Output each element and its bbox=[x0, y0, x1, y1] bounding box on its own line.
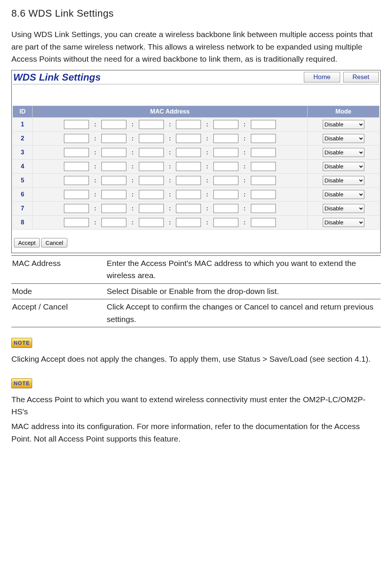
mac-segment-input[interactable] bbox=[176, 162, 201, 171]
mode-select[interactable]: DisableEnable bbox=[323, 218, 364, 227]
definition-desc: Click Accept to confirm the changes or C… bbox=[106, 299, 381, 327]
note-2-text-b: MAC address into its configuration. For … bbox=[11, 420, 381, 445]
col-mac: MAC Address bbox=[33, 106, 308, 117]
mac-segment-input[interactable] bbox=[139, 218, 164, 227]
mac-segment-input[interactable] bbox=[101, 204, 126, 213]
row-mac: ::::: bbox=[33, 215, 308, 229]
mac-segment-input[interactable] bbox=[64, 134, 89, 143]
mac-colon: : bbox=[169, 191, 171, 198]
mac-segment-input[interactable] bbox=[64, 176, 89, 185]
row-mode: DisableEnable bbox=[308, 187, 380, 201]
mac-segment-input[interactable] bbox=[101, 134, 126, 143]
mac-segment-input[interactable] bbox=[176, 120, 201, 129]
mac-segment-input[interactable] bbox=[213, 120, 238, 129]
mac-colon: : bbox=[169, 121, 171, 128]
definition-row: Accept / CancelClick Accept to confirm t… bbox=[11, 299, 381, 327]
mac-colon: : bbox=[132, 177, 134, 184]
reset-button[interactable]: Reset bbox=[343, 72, 379, 82]
mac-segment-input[interactable] bbox=[251, 120, 276, 129]
mac-segment-input[interactable] bbox=[176, 176, 201, 185]
mac-segment-input[interactable] bbox=[213, 176, 238, 185]
mac-colon: : bbox=[94, 163, 96, 170]
note-badge: NOTE bbox=[11, 338, 32, 348]
mode-select[interactable]: DisableEnable bbox=[323, 176, 364, 185]
mode-select[interactable]: DisableEnable bbox=[323, 162, 364, 171]
mac-segment-input[interactable] bbox=[101, 120, 126, 129]
mac-segment-input[interactable] bbox=[213, 190, 238, 199]
section-heading: 8.6 WDS Link Settings bbox=[11, 8, 381, 19]
mac-segment-input[interactable] bbox=[213, 134, 238, 143]
mac-colon: : bbox=[169, 163, 171, 170]
mac-segment-input[interactable] bbox=[251, 134, 276, 143]
mac-segment-input[interactable] bbox=[64, 120, 89, 129]
mac-segment-input[interactable] bbox=[213, 218, 238, 227]
mac-segment-input[interactable] bbox=[64, 162, 89, 171]
row-mode: DisableEnable bbox=[308, 145, 380, 159]
mac-colon: : bbox=[206, 177, 208, 184]
table-row: 1:::::DisableEnable bbox=[13, 117, 380, 131]
mac-segment-input[interactable] bbox=[251, 162, 276, 171]
mac-colon: : bbox=[94, 149, 96, 156]
accept-button[interactable]: Accept bbox=[14, 238, 40, 247]
mac-segment-input[interactable] bbox=[101, 148, 126, 157]
mac-segment-input[interactable] bbox=[101, 218, 126, 227]
mac-segment-input[interactable] bbox=[176, 134, 201, 143]
mode-select[interactable]: DisableEnable bbox=[323, 148, 364, 157]
mac-segment-input[interactable] bbox=[64, 190, 89, 199]
mac-colon: : bbox=[206, 191, 208, 198]
row-id: 4 bbox=[13, 159, 33, 173]
mac-segment-input[interactable] bbox=[251, 176, 276, 185]
definition-term: Mode bbox=[11, 283, 106, 299]
mac-segment-input[interactable] bbox=[139, 176, 164, 185]
note-label: NOTE bbox=[14, 340, 30, 346]
mac-colon: : bbox=[94, 135, 96, 142]
mac-segment-input[interactable] bbox=[213, 148, 238, 157]
mac-segment-input[interactable] bbox=[139, 148, 164, 157]
mac-colon: : bbox=[206, 163, 208, 170]
mac-segment-input[interactable] bbox=[139, 120, 164, 129]
mac-segment-input[interactable] bbox=[176, 204, 201, 213]
cancel-button[interactable]: Cancel bbox=[41, 238, 67, 247]
mode-select[interactable]: DisableEnable bbox=[323, 120, 364, 129]
mac-segment-input[interactable] bbox=[64, 204, 89, 213]
mac-segment-input[interactable] bbox=[139, 134, 164, 143]
definition-row: ModeSelect Disable or Enable from the dr… bbox=[11, 283, 381, 299]
mac-colon: : bbox=[244, 163, 246, 170]
mac-segment-input[interactable] bbox=[251, 148, 276, 157]
table-row: 2:::::DisableEnable bbox=[13, 131, 380, 145]
row-mode: DisableEnable bbox=[308, 173, 380, 187]
table-row: 7:::::DisableEnable bbox=[13, 201, 380, 215]
mac-segment-input[interactable] bbox=[101, 190, 126, 199]
mode-select[interactable]: DisableEnable bbox=[323, 190, 364, 199]
home-button[interactable]: Home bbox=[304, 72, 340, 82]
row-mac: ::::: bbox=[33, 117, 308, 131]
row-mac: ::::: bbox=[33, 187, 308, 201]
mac-segment-input[interactable] bbox=[101, 162, 126, 171]
mac-segment-input[interactable] bbox=[213, 162, 238, 171]
mac-colon: : bbox=[244, 135, 246, 142]
mac-segment-input[interactable] bbox=[251, 190, 276, 199]
table-row: 3:::::DisableEnable bbox=[13, 145, 380, 159]
mac-segment-input[interactable] bbox=[213, 204, 238, 213]
wds-table: ID MAC Address Mode 1:::::DisableEnable2… bbox=[12, 106, 380, 230]
mac-segment-input[interactable] bbox=[64, 148, 89, 157]
definitions-table: MAC AddressEnter the Access Point's MAC … bbox=[11, 255, 381, 328]
mac-segment-input[interactable] bbox=[176, 148, 201, 157]
mac-colon: : bbox=[169, 219, 171, 226]
mac-segment-input[interactable] bbox=[139, 162, 164, 171]
mac-colon: : bbox=[206, 121, 208, 128]
mac-colon: : bbox=[244, 205, 246, 212]
mac-colon: : bbox=[169, 205, 171, 212]
mac-colon: : bbox=[169, 135, 171, 142]
mac-segment-input[interactable] bbox=[251, 204, 276, 213]
mac-segment-input[interactable] bbox=[176, 218, 201, 227]
mac-segment-input[interactable] bbox=[251, 218, 276, 227]
mac-segment-input[interactable] bbox=[64, 218, 89, 227]
mac-segment-input[interactable] bbox=[139, 204, 164, 213]
mac-segment-input[interactable] bbox=[176, 190, 201, 199]
mode-select[interactable]: DisableEnable bbox=[323, 204, 364, 213]
mac-segment-input[interactable] bbox=[139, 190, 164, 199]
mac-segment-input[interactable] bbox=[101, 176, 126, 185]
mode-select[interactable]: DisableEnable bbox=[323, 134, 364, 143]
mac-colon: : bbox=[206, 205, 208, 212]
